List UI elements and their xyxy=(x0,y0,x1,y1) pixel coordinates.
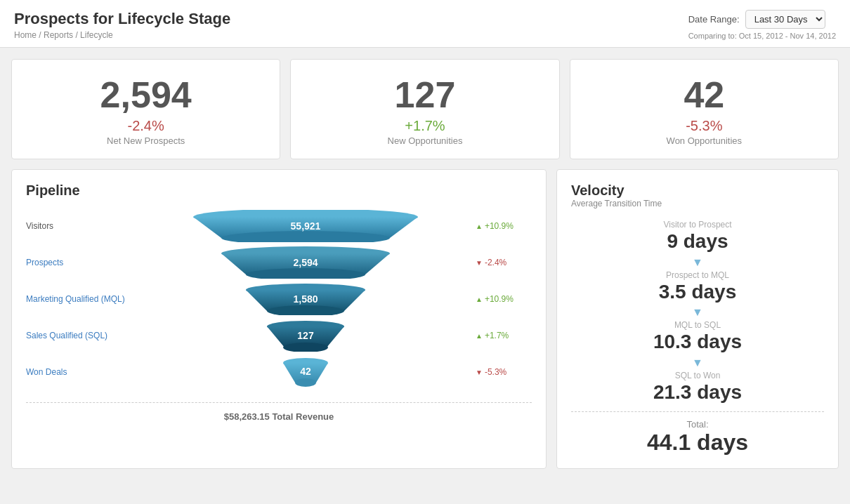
vel-arrow-0: ▼ xyxy=(571,256,824,269)
vel-label-3: SQL to Won xyxy=(571,371,824,380)
summary-card-prospects: 2,594 -2.4% Net New Prospects xyxy=(11,59,280,159)
vel-label-0: Visitor to Prospect xyxy=(571,220,824,230)
svg-text:55,921: 55,921 xyxy=(290,220,320,232)
funnel-shape-prospects: 2,594 xyxy=(186,246,425,279)
pipeline-label-sql: Sales Qualified (SQL) xyxy=(26,331,135,340)
vel-label-2: MQL to SQL xyxy=(571,320,824,330)
velocity-panel: Velocity Average Transition Time Visitor… xyxy=(556,169,839,468)
new-opps-label: New Opportunities xyxy=(305,135,544,146)
pipeline-shape-won: 42 xyxy=(135,356,476,388)
vel-value-1: 3.5 days xyxy=(571,280,824,304)
svg-point-18 xyxy=(295,378,316,387)
summary-card-won: 42 -5.3% Won Opportunities xyxy=(570,59,839,159)
won-opps-change: -5.3% xyxy=(584,118,824,134)
svg-text:127: 127 xyxy=(297,330,314,341)
velocity-title: Velocity xyxy=(571,183,824,199)
pipeline-shape-prospects: 2,594 xyxy=(135,246,476,279)
pipeline-row-sql: Sales Qualified (SQL) xyxy=(26,319,532,352)
vel-label-1: Prospect to MQL xyxy=(571,270,824,280)
vel-value-2: 10.3 days xyxy=(571,330,824,354)
header-left: Prospects for Lifecycle Stage Home / Rep… xyxy=(14,10,230,40)
velocity-divider xyxy=(571,411,824,412)
velocity-total-label: Total: xyxy=(571,419,824,430)
pipeline-pct-sql: ▲ +1.7% xyxy=(476,331,532,340)
net-new-prospects-change: -2.4% xyxy=(26,118,266,134)
pipeline-pct-visitors: ▲ +10.9% xyxy=(476,221,532,231)
vel-value-0: 9 days xyxy=(571,230,824,253)
breadcrumb-current: Lifecycle xyxy=(80,30,113,40)
up-arrow-icon: ▲ xyxy=(476,296,483,303)
pipeline-label-visitors: Visitors xyxy=(26,221,135,231)
pipeline-panel: Pipeline Visitors xyxy=(11,169,547,468)
vel-arrow-2: ▼ xyxy=(571,357,824,369)
pipeline-row-visitors: Visitors xyxy=(26,210,532,242)
pipeline-title: Pipeline xyxy=(26,183,532,199)
svg-text:2,594: 2,594 xyxy=(293,257,318,268)
velocity-item-0: Visitor to Prospect 9 days xyxy=(571,220,824,253)
pipeline-row-mql: Marketing Qualified (MQL) xyxy=(26,283,532,315)
won-opps-label: Won Opportunities xyxy=(584,135,824,146)
svg-text:42: 42 xyxy=(300,366,311,377)
pipeline-label-prospects: Prospects xyxy=(26,258,135,267)
velocity-item-1: Prospect to MQL 3.5 days xyxy=(571,270,824,304)
vel-arrow-1: ▼ xyxy=(571,306,824,319)
date-range-select[interactable]: Last 30 Days xyxy=(745,10,825,29)
new-opps-number: 127 xyxy=(305,75,544,115)
won-opps-number: 42 xyxy=(584,75,824,115)
down-arrow-icon: ▼ xyxy=(476,259,483,267)
velocity-subtitle: Average Transition Time xyxy=(571,199,824,208)
down-arrow-icon: ▼ xyxy=(476,369,483,376)
page-header: Prospects for Lifecycle Stage Home / Rep… xyxy=(0,0,850,48)
summary-card-opportunities: 127 +1.7% New Opportunities xyxy=(290,59,559,159)
pipeline-shape-visitors: 55,921 xyxy=(135,210,476,242)
breadcrumb: Home / Reports / Lifecycle xyxy=(14,30,230,40)
bottom-panels: Pipeline Visitors xyxy=(11,169,839,468)
date-range-row: Date Range: Last 30 Days xyxy=(688,10,836,29)
net-new-prospects-number: 2,594 xyxy=(26,75,266,115)
summary-cards: 2,594 -2.4% Net New Prospects 127 +1.7% … xyxy=(11,59,839,159)
pipeline-shape-sql: 127 xyxy=(135,319,476,352)
pipeline-label-mql: Marketing Qualified (MQL) xyxy=(26,294,135,304)
funnel-shape-sql: 127 xyxy=(186,319,425,352)
pipeline-shape-mql: 1,580 xyxy=(135,283,476,315)
up-arrow-icon: ▲ xyxy=(476,223,483,230)
pipeline-content: Visitors xyxy=(26,210,532,422)
date-range-label: Date Range: xyxy=(688,14,740,25)
new-opps-change: +1.7% xyxy=(305,118,544,134)
pipeline-row-won: Won Deals xyxy=(26,356,532,388)
breadcrumb-reports[interactable]: Reports xyxy=(44,30,73,40)
velocity-total-value: 44.1 days xyxy=(571,430,824,456)
funnel-shape-mql: 1,580 xyxy=(186,283,425,315)
main-content: 2,594 -2.4% Net New Prospects 127 +1.7% … xyxy=(0,48,850,480)
pipeline-pct-won: ▼ -5.3% xyxy=(476,367,532,377)
velocity-item-3: SQL to Won 21.3 days xyxy=(571,371,824,404)
pipeline-label-won: Won Deals xyxy=(26,367,135,377)
funnel-shape-won: 42 xyxy=(186,356,425,388)
svg-text:1,580: 1,580 xyxy=(293,293,318,305)
up-arrow-icon: ▲ xyxy=(476,332,483,340)
velocity-item-2: MQL to SQL 10.3 days xyxy=(571,320,824,354)
pipeline-row-prospects: Prospects xyxy=(26,246,532,279)
total-revenue: $58,263.15 Total Revenue xyxy=(26,402,532,422)
net-new-prospects-label: Net New Prospects xyxy=(26,135,266,146)
pipeline-pct-prospects: ▼ -2.4% xyxy=(476,258,532,267)
page-title: Prospects for Lifecycle Stage xyxy=(14,10,230,28)
comparing-text: Comparing to: Oct 15, 2012 - Nov 14, 201… xyxy=(688,32,836,40)
funnel-shape-visitors: 55,921 xyxy=(186,210,425,242)
header-right: Date Range: Last 30 Days Comparing to: O… xyxy=(688,10,836,40)
vel-value-3: 21.3 days xyxy=(571,380,824,404)
breadcrumb-home[interactable]: Home xyxy=(14,30,37,40)
pipeline-pct-mql: ▲ +10.9% xyxy=(476,294,532,304)
